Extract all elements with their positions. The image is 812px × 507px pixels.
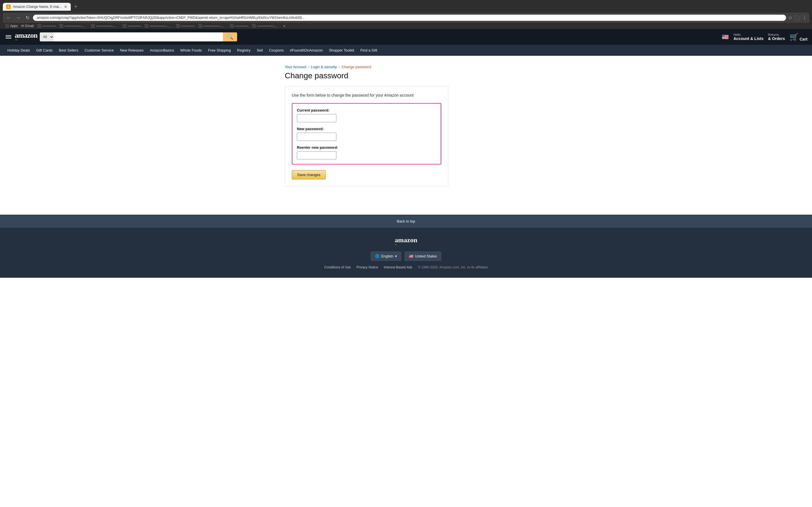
conditions-of-use-link[interactable]: Conditions of Use bbox=[324, 265, 351, 269]
hamburger-line-1 bbox=[6, 35, 11, 36]
footer-links: Conditions of Use Privacy Notice Interes… bbox=[6, 265, 806, 269]
nav-item-gift-cards[interactable]: Gift Cards bbox=[33, 47, 56, 54]
search-bar: All 🔍 bbox=[40, 33, 237, 41]
nav-item-best-sellers[interactable]: Best Sellers bbox=[56, 47, 81, 54]
tab-bar: a Amazon Change Name, E-mai... ✕ + bbox=[3, 2, 809, 11]
footer-selectors: 🌐 English ▾ 🇺🇸 United States bbox=[6, 251, 806, 261]
privacy-notice-link[interactable]: Privacy Notice bbox=[356, 265, 378, 269]
bookmark-9[interactable]: ⬛ ———————— bbox=[252, 24, 280, 28]
bookmarks-gmail[interactable]: ✉ Gmail bbox=[21, 24, 34, 28]
bookmarks-more[interactable]: » bbox=[283, 24, 285, 28]
tab-close-button[interactable]: ✕ bbox=[64, 4, 67, 9]
returns-label: Returns bbox=[768, 33, 785, 36]
main-content: Your Account › Login & security › Change… bbox=[279, 56, 533, 203]
language-label: English bbox=[381, 254, 393, 258]
bookmark-2[interactable]: ⬛ ———————— bbox=[59, 24, 87, 28]
bookmarks-apps[interactable]: ⬛ Apps bbox=[5, 24, 18, 28]
account-hello: Hello bbox=[733, 33, 763, 36]
returns-link[interactable]: Returns & Orders bbox=[768, 33, 785, 41]
form-description: Use the form below to change the passwor… bbox=[292, 93, 441, 98]
bookmark-4[interactable]: ⬛ ———— bbox=[122, 24, 141, 28]
breadcrumb-login-security[interactable]: Login & security bbox=[311, 65, 337, 69]
interest-based-ads-link[interactable]: Interest-Based Ads bbox=[384, 265, 412, 269]
country-selector[interactable]: 🇺🇸 United States bbox=[405, 251, 441, 261]
hamburger-line-2 bbox=[6, 37, 11, 37]
reenter-password-group: Reenter new password: bbox=[297, 145, 436, 159]
forward-button[interactable]: → bbox=[15, 15, 22, 21]
account-link[interactable]: Hello Account & Lists bbox=[733, 33, 763, 41]
new-tab-button[interactable]: + bbox=[72, 2, 80, 11]
cart-icon-symbol: 🛒 bbox=[790, 33, 799, 41]
back-to-top[interactable]: Back to top bbox=[0, 215, 812, 228]
header-top: amazon ~ All 🔍 🇺🇸 Hello Account & Lists … bbox=[0, 29, 812, 45]
globe-icon: 🌐 bbox=[375, 254, 379, 258]
amazon-nav: Holiday Deals Gift Cards Best Sellers Cu… bbox=[0, 45, 812, 56]
save-changes-button[interactable]: Save changes bbox=[292, 170, 326, 179]
logo-smile-icon: ~ bbox=[15, 38, 17, 43]
country-label: United States bbox=[415, 254, 437, 258]
current-password-label: Current password: bbox=[297, 108, 436, 112]
active-tab[interactable]: a Amazon Change Name, E-mai... ✕ bbox=[3, 3, 71, 11]
header-right: 🇺🇸 Hello Account & Lists Returns & Order… bbox=[722, 33, 808, 41]
bookmark-3[interactable]: ⬛ ———————— bbox=[91, 24, 119, 28]
footer-logo-smile: ~ bbox=[395, 243, 396, 247]
footer: amazon ~ 🌐 English ▾ 🇺🇸 United States Co… bbox=[0, 228, 812, 278]
back-button[interactable]: ← bbox=[5, 15, 12, 21]
address-bar: ← → ↻ ☆ ⬛ ⋮ bbox=[3, 13, 809, 22]
amazon-header: amazon ~ All 🔍 🇺🇸 Hello Account & Lists … bbox=[0, 29, 812, 56]
tab-favicon: a bbox=[6, 4, 11, 9]
new-password-input[interactable] bbox=[297, 133, 336, 141]
reenter-password-label: Reenter new password: bbox=[297, 145, 436, 150]
toolbar-icons: ☆ ⬛ ⋮ bbox=[788, 15, 807, 20]
nav-item-whole-foods[interactable]: Whole Foods bbox=[177, 47, 205, 54]
search-button[interactable]: 🔍 bbox=[223, 33, 237, 41]
new-password-label: New password: bbox=[297, 127, 436, 131]
search-input[interactable] bbox=[54, 33, 223, 41]
nav-item-coupons[interactable]: Coupons bbox=[266, 47, 287, 54]
copyright: © 1996-2020, Amazon.com, Inc. or its aff… bbox=[418, 265, 488, 269]
new-password-group: New password: bbox=[297, 127, 436, 141]
bookmark-5[interactable]: ⬛ ———————— bbox=[144, 24, 172, 28]
bookmark-1[interactable]: ⬛ ———— bbox=[37, 24, 56, 28]
footer-logo[interactable]: amazon ~ bbox=[395, 236, 417, 247]
nav-item-amazon-basics[interactable]: AmazonBasics bbox=[147, 47, 177, 54]
footer-logo-text: amazon bbox=[395, 236, 417, 244]
nav-item-new-releases[interactable]: New Releases bbox=[117, 47, 146, 54]
reenter-password-input[interactable] bbox=[297, 151, 336, 159]
hamburger-menu[interactable] bbox=[4, 34, 12, 40]
current-password-group: Current password: bbox=[297, 108, 436, 122]
nav-item-customer-service[interactable]: Customer Service bbox=[82, 47, 116, 54]
breadcrumb-sep-1: › bbox=[308, 65, 309, 69]
cart-link[interactable]: 🛒 Cart bbox=[790, 33, 808, 41]
address-input[interactable] bbox=[33, 15, 786, 21]
flag-icon: 🇺🇸 bbox=[409, 254, 413, 258]
nav-item-sell[interactable]: Sell bbox=[254, 47, 266, 54]
language-chevron-icon: ▾ bbox=[395, 254, 397, 258]
nav-item-free-shipping[interactable]: Free Shipping bbox=[205, 47, 234, 54]
bookmark-7[interactable]: ⬛ ———————— bbox=[198, 24, 226, 28]
bookmark-star-icon[interactable]: ☆ bbox=[788, 15, 792, 20]
bookmark-6[interactable]: ⬛ ———— bbox=[176, 24, 195, 28]
bookmarks-bar: ⬛ Apps ✉ Gmail ⬛ ———— ⬛ ———————— ⬛ —————… bbox=[3, 22, 809, 29]
nav-item-registry[interactable]: Registry bbox=[234, 47, 253, 54]
nav-item-find-gift[interactable]: Find a Gift bbox=[357, 47, 380, 54]
bookmark-8[interactable]: ⬛ ———— bbox=[230, 24, 248, 28]
orders-label: & Orders bbox=[768, 36, 785, 41]
nav-item-holiday-deals[interactable]: Holiday Deals bbox=[4, 47, 33, 54]
nav-item-shopper-toolkit[interactable]: Shopper Toolkit bbox=[326, 47, 357, 54]
current-password-input[interactable] bbox=[297, 114, 336, 122]
password-section: Current password: New password: Reenter … bbox=[292, 103, 441, 165]
account-lists: Account & Lists bbox=[733, 36, 763, 41]
amazon-logo[interactable]: amazon ~ bbox=[15, 31, 38, 43]
nav-item-found-it[interactable]: #FoundItOnAmazon bbox=[287, 47, 325, 54]
search-category-select[interactable]: All bbox=[40, 33, 54, 41]
refresh-button[interactable]: ↻ bbox=[24, 14, 31, 21]
logo-text: amazon bbox=[15, 31, 38, 40]
breadcrumb-account[interactable]: Your Account bbox=[285, 65, 306, 69]
language-selector[interactable]: 🌐 English ▾ bbox=[371, 251, 401, 261]
flag-icon[interactable]: 🇺🇸 bbox=[722, 34, 729, 40]
page-title: Change password bbox=[285, 71, 527, 80]
extensions-icon[interactable]: ⬛ bbox=[795, 15, 800, 20]
form-card: Use the form below to change the passwor… bbox=[285, 86, 448, 186]
menu-icon[interactable]: ⋮ bbox=[802, 15, 807, 20]
